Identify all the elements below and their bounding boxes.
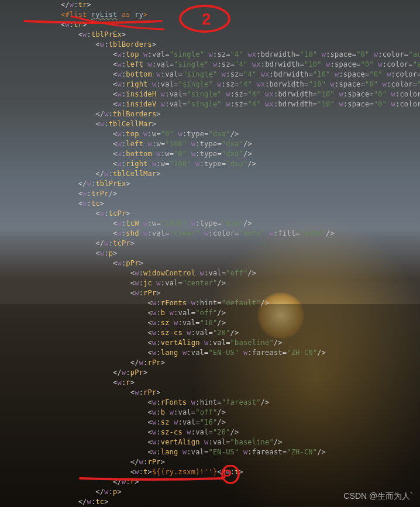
code-editor[interactable]: </w:tr> <#list ryList as ry> <w:tr> <w:t…: [0, 0, 420, 507]
watermark: CSDN @生而为人`: [344, 491, 413, 501]
